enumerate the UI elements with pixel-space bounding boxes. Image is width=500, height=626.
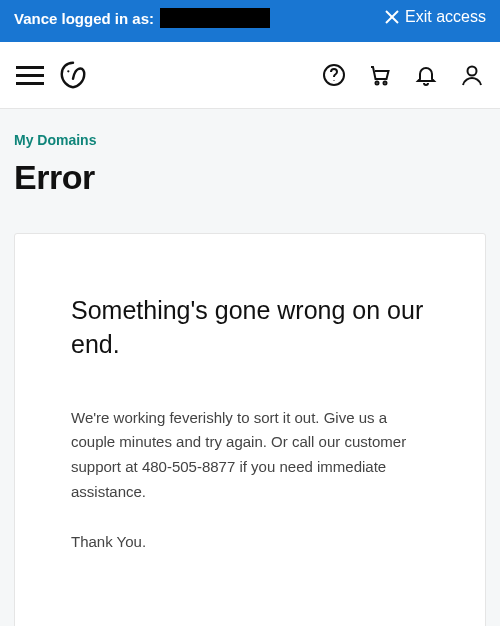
brand-logo[interactable] (58, 60, 88, 90)
svg-point-2 (67, 70, 69, 72)
svg-point-8 (468, 67, 477, 76)
bell-icon[interactable] (414, 63, 438, 87)
svg-point-7 (384, 82, 387, 85)
help-icon[interactable] (322, 63, 346, 87)
impersonation-bar: Vance logged in as: Exit access (0, 0, 500, 42)
top-nav (0, 42, 500, 109)
impersonation-user: Vance logged in as: (14, 8, 270, 28)
error-card: Something's gone wrong on our end. We're… (14, 233, 486, 626)
exit-access-label: Exit access (405, 8, 486, 26)
svg-point-3 (75, 70, 77, 72)
error-body: We're working feverishly to sort it out.… (71, 406, 429, 505)
profile-icon[interactable] (460, 63, 484, 87)
error-thanks: Thank You. (71, 533, 429, 550)
cart-icon[interactable] (368, 63, 392, 87)
impersonation-redacted-name (160, 8, 270, 28)
close-icon (385, 10, 399, 24)
top-nav-left (16, 60, 88, 90)
top-nav-right (322, 63, 484, 87)
page-title: Error (14, 158, 486, 197)
impersonation-prefix: Vance logged in as: (14, 10, 154, 27)
exit-access-button[interactable]: Exit access (385, 8, 486, 26)
breadcrumb-my-domains[interactable]: My Domains (14, 132, 96, 148)
menu-icon[interactable] (16, 66, 44, 85)
svg-point-5 (333, 80, 334, 81)
error-heading: Something's gone wrong on our end. (71, 294, 429, 362)
content-area: My Domains Error Something's gone wrong … (0, 109, 500, 626)
svg-point-6 (376, 82, 379, 85)
